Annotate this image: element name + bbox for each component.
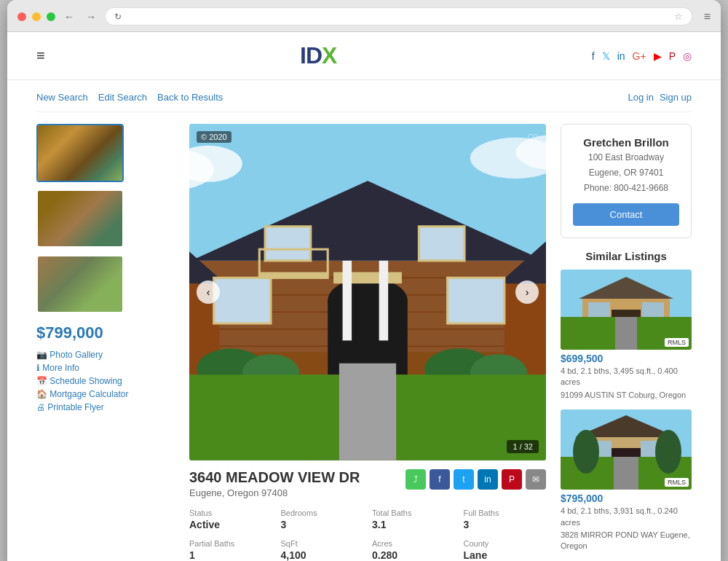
star-icon: ☆	[674, 11, 683, 22]
action-links: 📷 Photo Gallery ℹ More Info 📅 Schedule S…	[36, 350, 175, 412]
svg-rect-46	[615, 317, 637, 350]
listing-nav-bar: New Search Edit Search Back to Results L…	[36, 80, 692, 112]
listing-price: $799,000	[36, 323, 175, 342]
browser-frame: ← → ↻ ☆ ≡ ≡ IDX f 𝕏 in G+ ▶ P ◎ New Sear…	[7, 0, 721, 561]
share-buttons: ⤴ f t in P ✉	[405, 469, 546, 490]
property-stats: Status Active Bedrooms 3 Total Baths 3.1…	[189, 509, 546, 561]
property-header: 3640 MEADOW VIEW DR Eugene, Oregon 97408…	[189, 469, 546, 498]
svg-rect-37	[339, 364, 396, 460]
property-street: 3640 MEADOW VIEW DR	[189, 469, 360, 486]
edit-search-link[interactable]: Edit Search	[98, 92, 147, 103]
similar-detail-1: 4 bd, 2.1 bths, 3,495 sq.ft., 0.400 acre…	[561, 366, 692, 388]
social-icons-bar: f 𝕏 in G+ ▶ P ◎	[592, 50, 692, 62]
nav-links: New Search Edit Search Back to Results	[36, 92, 223, 103]
svg-rect-31	[379, 261, 389, 341]
photo-gallery-link[interactable]: 📷 Photo Gallery	[36, 350, 175, 360]
browser-close-btn[interactable]	[17, 12, 26, 21]
similar-address-1: 91099 AUSTIN ST Coburg, Oregon	[561, 390, 692, 401]
photo-prev-btn[interactable]: ‹	[197, 280, 220, 304]
stat-full-baths: Full Baths 3	[464, 509, 547, 530]
agent-address2: Eugene, OR 97401	[573, 166, 679, 179]
svg-rect-55	[614, 457, 638, 490]
listing-area: $799,000 📷 Photo Gallery ℹ More Info 📅 S…	[36, 112, 692, 561]
agent-address1: 100 East Broadway	[573, 151, 679, 164]
svg-rect-43	[588, 302, 610, 317]
browser-forward-btn[interactable]: →	[83, 9, 99, 24]
left-column: $799,000 📷 Photo Gallery ℹ More Info 📅 S…	[36, 124, 175, 561]
schedule-showing-link[interactable]: 📅 Schedule Showing	[36, 376, 175, 386]
browser-minimize-btn[interactable]	[32, 12, 41, 21]
browser-back-btn[interactable]: ←	[61, 9, 77, 24]
twitter-icon[interactable]: 𝕏	[602, 50, 610, 62]
more-info-link[interactable]: ℹ More Info	[36, 363, 175, 373]
photo-next-btn[interactable]: ›	[515, 280, 539, 304]
stat-sqft: SqFt 4,100	[281, 539, 364, 561]
linkedin-icon[interactable]: in	[617, 50, 625, 62]
new-search-link[interactable]: New Search	[36, 92, 88, 103]
stat-partial-baths: Partial Baths 1	[189, 539, 272, 561]
svg-point-22	[328, 278, 408, 323]
googleplus-icon[interactable]: G+	[633, 50, 646, 62]
property-address: 3640 MEADOW VIEW DR Eugene, Oregon 97408	[189, 469, 360, 498]
refresh-icon: ↻	[114, 12, 122, 22]
main-listing-photo	[189, 124, 546, 460]
property-city-state: Eugene, Oregon 97408	[189, 487, 360, 498]
browser-chrome: ← → ↻ ☆ ≡	[7, 0, 721, 32]
thumbnail-img-3	[38, 256, 122, 312]
content-area: New Search Edit Search Back to Results L…	[7, 80, 721, 561]
heart-icon[interactable]: ♡	[527, 131, 539, 147]
mortgage-calculator-link[interactable]: 🏠 Mortgage Calculator	[36, 389, 175, 399]
share-pinterest-btn[interactable]: P	[502, 469, 522, 490]
share-linkedin-btn[interactable]: in	[478, 469, 498, 490]
similar-listing-2[interactable]: RMLS $795,000 4 bd, 2.1 bths, 3,931 sq.f…	[561, 409, 692, 552]
svg-rect-27	[419, 227, 464, 261]
svg-point-57	[655, 430, 681, 474]
hamburger-menu-icon[interactable]: ≡	[36, 47, 45, 64]
thumbnail-3[interactable]	[36, 255, 124, 313]
thumbnail-2[interactable]	[36, 189, 124, 248]
pinterest-icon[interactable]: P	[669, 50, 676, 62]
share-email-btn[interactable]: ✉	[526, 469, 546, 490]
site-header: ≡ IDX f 𝕏 in G+ ▶ P ◎	[7, 32, 721, 80]
thumbnail-img-1	[38, 125, 122, 181]
similar-address-2: 3828 MIRROR POND WAY Eugene, Oregon	[561, 530, 692, 552]
contact-agent-btn[interactable]: Contact	[573, 203, 679, 226]
svg-rect-25	[448, 278, 505, 323]
facebook-icon[interactable]: f	[592, 50, 595, 62]
similar-price-2: $795,000	[561, 493, 692, 504]
back-to-results-link[interactable]: Back to Results	[157, 92, 223, 103]
similar-img-2: RMLS	[561, 409, 692, 490]
auth-links: Log in Sign up	[628, 92, 692, 103]
svg-point-56	[573, 430, 599, 474]
similar-price-1: $699,500	[561, 353, 692, 364]
thumbnail-1[interactable]	[36, 124, 124, 182]
address-bar: ↻ ☆	[105, 7, 692, 26]
similar-img-1: RMLS	[561, 270, 692, 350]
agent-name: Gretchen Brillon	[573, 136, 679, 149]
rmls-badge-1: RMLS	[665, 338, 689, 347]
svg-rect-30	[343, 261, 352, 341]
main-content: © 2020 ♡ 1 / 32 ‹ › 3640 MEADOW VIEW DR …	[189, 124, 546, 561]
stat-total-baths: Total Baths 3.1	[372, 509, 455, 530]
share-button[interactable]: ⤴	[405, 469, 426, 490]
browser-menu-icon[interactable]: ≡	[704, 10, 711, 23]
stat-acres: Acres 0.280	[372, 539, 455, 561]
log-in-link[interactable]: Log in	[628, 92, 653, 103]
similar-detail-2: 4 bd, 2.1 bths, 3,931 sq.ft., 0.240 acre…	[561, 506, 692, 528]
stat-county: County Lane	[464, 539, 547, 561]
thumbnail-list	[36, 124, 175, 313]
svg-rect-24	[214, 278, 271, 323]
thumbnail-img-2	[38, 191, 122, 246]
instagram-icon[interactable]: ◎	[683, 50, 692, 62]
youtube-icon[interactable]: ▶	[654, 50, 662, 62]
photo-year-badge: © 2020	[197, 131, 232, 143]
rmls-badge-2: RMLS	[665, 478, 689, 487]
share-twitter-btn[interactable]: t	[454, 469, 474, 490]
sign-up-link[interactable]: Sign up	[660, 92, 692, 103]
logo-id-part: ID	[300, 42, 322, 68]
agent-card: Gretchen Brillon 100 East Broadway Eugen…	[561, 124, 692, 238]
similar-listing-1[interactable]: RMLS $699,500 4 bd, 2.1 bths, 3,495 sq.f…	[561, 270, 692, 401]
browser-maximize-btn[interactable]	[47, 12, 55, 21]
printable-flyer-link[interactable]: 🖨 Printable Flyer	[36, 402, 175, 412]
share-facebook-btn[interactable]: f	[430, 469, 450, 490]
